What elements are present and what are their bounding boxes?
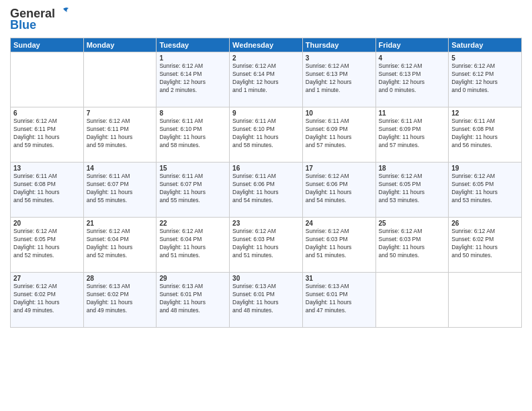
day-info: Sunrise: 6:11 AM Sunset: 6:06 PM Dayligh… xyxy=(232,173,300,205)
day-info: Sunrise: 6:11 AM Sunset: 6:09 PM Dayligh… xyxy=(306,118,373,150)
day-number: 14 xyxy=(87,165,154,172)
header-day: Friday xyxy=(375,38,449,52)
day-info: Sunrise: 6:12 AM Sunset: 6:13 PM Dayligh… xyxy=(306,62,373,95)
day-info: Sunrise: 6:12 AM Sunset: 6:02 PM Dayligh… xyxy=(13,283,81,315)
day-info: Sunrise: 6:12 AM Sunset: 6:14 PM Dayligh… xyxy=(159,62,226,95)
calendar-cell: 15Sunrise: 6:11 AM Sunset: 6:07 PM Dayli… xyxy=(157,163,230,218)
day-info: Sunrise: 6:13 AM Sunset: 6:01 PM Dayligh… xyxy=(306,283,373,315)
calendar-cell: 26Sunrise: 6:12 AM Sunset: 6:02 PM Dayli… xyxy=(449,218,522,273)
calendar-cell: 8Sunrise: 6:11 AM Sunset: 6:10 PM Daylig… xyxy=(157,107,230,163)
header-day: Monday xyxy=(83,38,157,52)
page: General Blue SundayMondayTuesdayWednesda… xyxy=(0,0,532,411)
day-info: Sunrise: 6:11 AM Sunset: 6:08 PM Dayligh… xyxy=(13,173,81,205)
day-number: 15 xyxy=(159,165,226,172)
day-number: 19 xyxy=(451,165,519,172)
day-info: Sunrise: 6:12 AM Sunset: 6:06 PM Dayligh… xyxy=(306,173,373,205)
day-number: 28 xyxy=(87,275,154,282)
calendar-cell: 6Sunrise: 6:12 AM Sunset: 6:11 PM Daylig… xyxy=(11,107,84,163)
calendar-week-row: 27Sunrise: 6:12 AM Sunset: 6:02 PM Dayli… xyxy=(11,273,522,328)
calendar-cell: 23Sunrise: 6:12 AM Sunset: 6:03 PM Dayli… xyxy=(230,218,303,273)
calendar-cell: 30Sunrise: 6:13 AM Sunset: 6:01 PM Dayli… xyxy=(230,273,303,328)
day-number: 27 xyxy=(13,275,81,282)
header-day: Saturday xyxy=(449,38,522,52)
calendar-cell: 17Sunrise: 6:12 AM Sunset: 6:06 PM Dayli… xyxy=(302,163,375,218)
calendar-cell: 2Sunrise: 6:12 AM Sunset: 6:14 PM Daylig… xyxy=(230,52,303,107)
header-day: Thursday xyxy=(302,38,375,52)
header-row: SundayMondayTuesdayWednesdayThursdayFrid… xyxy=(11,38,522,52)
calendar-cell: 19Sunrise: 6:12 AM Sunset: 6:05 PM Dayli… xyxy=(449,163,522,218)
day-info: Sunrise: 6:13 AM Sunset: 6:01 PM Dayligh… xyxy=(159,283,226,315)
day-number: 21 xyxy=(87,220,154,227)
calendar-cell: 27Sunrise: 6:12 AM Sunset: 6:02 PM Dayli… xyxy=(11,273,84,328)
day-number: 26 xyxy=(451,220,519,227)
day-info: Sunrise: 6:12 AM Sunset: 6:03 PM Dayligh… xyxy=(306,228,373,260)
calendar-cell: 18Sunrise: 6:12 AM Sunset: 6:05 PM Dayli… xyxy=(375,163,449,218)
calendar-table: SundayMondayTuesdayWednesdayThursdayFrid… xyxy=(10,38,522,328)
calendar-cell: 31Sunrise: 6:13 AM Sunset: 6:01 PM Dayli… xyxy=(302,273,375,328)
day-number: 5 xyxy=(451,54,519,62)
day-number: 20 xyxy=(13,220,81,227)
day-number: 29 xyxy=(159,275,226,282)
day-number: 30 xyxy=(232,275,300,282)
day-number: 2 xyxy=(232,54,300,62)
day-info: Sunrise: 6:11 AM Sunset: 6:08 PM Dayligh… xyxy=(451,118,519,150)
day-number: 31 xyxy=(306,275,373,282)
day-number: 16 xyxy=(232,165,300,172)
day-info: Sunrise: 6:12 AM Sunset: 6:11 PM Dayligh… xyxy=(13,118,81,150)
calendar-cell: 1Sunrise: 6:12 AM Sunset: 6:14 PM Daylig… xyxy=(157,52,230,107)
calendar-cell: 3Sunrise: 6:12 AM Sunset: 6:13 PM Daylig… xyxy=(302,52,375,107)
calendar-cell: 11Sunrise: 6:11 AM Sunset: 6:09 PM Dayli… xyxy=(375,107,449,163)
calendar-header: SundayMondayTuesdayWednesdayThursdayFrid… xyxy=(11,38,522,52)
calendar-cell xyxy=(83,52,157,107)
day-info: Sunrise: 6:11 AM Sunset: 6:07 PM Dayligh… xyxy=(159,173,226,205)
day-number: 22 xyxy=(159,220,226,227)
day-number: 23 xyxy=(232,220,300,227)
calendar-cell: 28Sunrise: 6:13 AM Sunset: 6:02 PM Dayli… xyxy=(83,273,157,328)
day-number: 13 xyxy=(13,165,81,172)
day-number: 25 xyxy=(379,220,446,227)
day-number: 17 xyxy=(306,165,373,172)
calendar-cell: 7Sunrise: 6:12 AM Sunset: 6:11 PM Daylig… xyxy=(83,107,157,163)
calendar-cell: 24Sunrise: 6:12 AM Sunset: 6:03 PM Dayli… xyxy=(302,218,375,273)
day-info: Sunrise: 6:12 AM Sunset: 6:03 PM Dayligh… xyxy=(379,228,446,260)
day-number: 9 xyxy=(232,109,300,117)
day-info: Sunrise: 6:11 AM Sunset: 6:10 PM Dayligh… xyxy=(159,118,226,150)
header-day: Tuesday xyxy=(157,38,230,52)
day-number: 11 xyxy=(379,109,446,117)
calendar-cell: 4Sunrise: 6:12 AM Sunset: 6:13 PM Daylig… xyxy=(375,52,449,107)
calendar-cell: 9Sunrise: 6:11 AM Sunset: 6:10 PM Daylig… xyxy=(230,107,303,163)
day-number: 3 xyxy=(306,54,373,62)
day-info: Sunrise: 6:12 AM Sunset: 6:05 PM Dayligh… xyxy=(379,173,446,205)
calendar-cell: 22Sunrise: 6:12 AM Sunset: 6:04 PM Dayli… xyxy=(157,218,230,273)
calendar-cell: 12Sunrise: 6:11 AM Sunset: 6:08 PM Dayli… xyxy=(449,107,522,163)
calendar-week-row: 6Sunrise: 6:12 AM Sunset: 6:11 PM Daylig… xyxy=(11,107,522,163)
header-day: Wednesday xyxy=(230,38,303,52)
day-number: 8 xyxy=(159,109,226,117)
day-info: Sunrise: 6:12 AM Sunset: 6:14 PM Dayligh… xyxy=(232,62,300,95)
calendar-cell xyxy=(375,273,449,328)
day-number: 18 xyxy=(379,165,446,172)
calendar-cell: 13Sunrise: 6:11 AM Sunset: 6:08 PM Dayli… xyxy=(11,163,84,218)
day-info: Sunrise: 6:12 AM Sunset: 6:13 PM Dayligh… xyxy=(379,62,446,95)
calendar-week-row: 20Sunrise: 6:12 AM Sunset: 6:05 PM Dayli… xyxy=(11,218,522,273)
day-number: 24 xyxy=(306,220,373,227)
calendar-cell: 10Sunrise: 6:11 AM Sunset: 6:09 PM Dayli… xyxy=(302,107,375,163)
calendar-cell: 29Sunrise: 6:13 AM Sunset: 6:01 PM Dayli… xyxy=(157,273,230,328)
calendar-cell: 14Sunrise: 6:11 AM Sunset: 6:07 PM Dayli… xyxy=(83,163,157,218)
calendar-cell xyxy=(449,273,522,328)
day-number: 4 xyxy=(379,54,446,62)
day-info: Sunrise: 6:12 AM Sunset: 6:12 PM Dayligh… xyxy=(451,62,519,95)
calendar-cell xyxy=(11,52,84,107)
header-day: Sunday xyxy=(11,38,84,52)
day-info: Sunrise: 6:11 AM Sunset: 6:09 PM Dayligh… xyxy=(379,118,446,150)
day-info: Sunrise: 6:11 AM Sunset: 6:07 PM Dayligh… xyxy=(87,173,154,205)
day-info: Sunrise: 6:12 AM Sunset: 6:05 PM Dayligh… xyxy=(13,228,81,260)
day-number: 1 xyxy=(159,54,226,62)
day-number: 12 xyxy=(451,109,519,117)
day-number: 6 xyxy=(13,109,81,117)
day-info: Sunrise: 6:12 AM Sunset: 6:04 PM Dayligh… xyxy=(87,228,154,260)
day-number: 10 xyxy=(306,109,373,117)
day-number: 7 xyxy=(87,109,154,117)
day-info: Sunrise: 6:13 AM Sunset: 6:01 PM Dayligh… xyxy=(232,283,300,315)
day-info: Sunrise: 6:11 AM Sunset: 6:10 PM Dayligh… xyxy=(232,118,300,150)
